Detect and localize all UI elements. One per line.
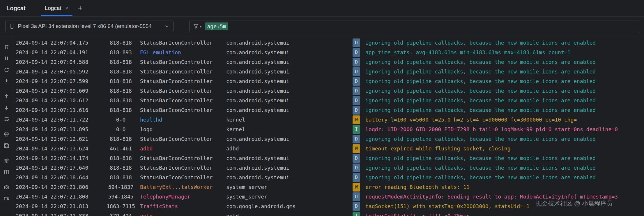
- log-pid-tid: 818-818: [102, 69, 140, 75]
- filter-token-age: age:5m: [205, 22, 228, 30]
- log-pid-tid: 818-818: [102, 155, 140, 161]
- log-level-badge: D: [353, 77, 360, 86]
- log-level-badge: D: [353, 154, 360, 163]
- log-row[interactable]: 2024-09-14 22:07:18.644 818-818 StatusBa…: [16, 173, 644, 182]
- formatting-options-icon[interactable]: [2, 156, 11, 165]
- tab-logcat-label: Logcat: [45, 5, 61, 11]
- log-row[interactable]: 2024-09-14 22:07:17.640 818-818 StatusBa…: [16, 163, 644, 173]
- logcat-side-toolbar: [0, 36, 13, 216]
- log-timestamp: 2024-09-14 22:07:17.640: [16, 165, 102, 171]
- log-message: battery l=100 v=5000 t=25.0 h=2 st=4 c=9…: [360, 117, 644, 123]
- log-tag: adbd: [140, 145, 226, 152]
- log-timestamp: 2024-09-14 22:07:12.621: [16, 136, 102, 142]
- restart-logcat-icon[interactable]: [2, 65, 11, 74]
- log-package: system_server: [226, 194, 353, 200]
- log-row[interactable]: 2024-09-14 22:07:11.722 0-0 healthd kern…: [16, 115, 644, 124]
- add-tab-icon[interactable]: +: [78, 4, 82, 12]
- log-timestamp: 2024-09-14 22:07:14.174: [16, 155, 102, 161]
- screenshot-icon[interactable]: [2, 183, 11, 192]
- log-level-badge: D: [353, 106, 360, 115]
- log-row[interactable]: 2024-09-14 22:07:10.612 818-818 StatusBa…: [16, 96, 644, 105]
- export-logs-icon[interactable]: [2, 141, 11, 150]
- log-tag: StatusBarIconController: [140, 78, 226, 84]
- logcat-body: 2024-09-14 22:07:04.175 818-818 StatusBa…: [0, 36, 644, 216]
- log-timestamp: 2024-09-14 22:07:11.616: [16, 107, 102, 113]
- log-message: app_time_stats: avg=4183.61ms min=4183.6…: [360, 49, 644, 55]
- log-row[interactable]: 2024-09-14 22:07:11.616 818-818 StatusBa…: [16, 105, 644, 115]
- log-timestamp: 2024-09-14 22:07:04.588: [16, 59, 102, 65]
- log-tag: StatusBarIconController: [140, 40, 226, 46]
- log-level-badge: D: [353, 58, 360, 66]
- log-message: ignoring old pipeline callbacks, because…: [360, 78, 644, 84]
- log-pid-tid: 594-1837: [102, 184, 140, 190]
- log-row[interactable]: 2024-09-14 22:07:11.895 0-0 logd kernel …: [16, 124, 644, 134]
- log-timestamp: 2024-09-14 22:07:11.722: [16, 117, 102, 123]
- log-timestamp: 2024-09-14 22:07:05.592: [16, 69, 102, 75]
- next-occurrence-icon[interactable]: [2, 103, 11, 112]
- log-pid-tid: 818-818: [102, 136, 140, 142]
- log-timestamp: 2024-09-14 22:07:10.612: [16, 97, 102, 103]
- log-row[interactable]: 2024-09-14 22:07:04.588 818-818 StatusBa…: [16, 57, 644, 67]
- log-tag: BatteryExt...tatsWorker: [140, 184, 226, 190]
- log-pid-tid: 818-818: [102, 165, 140, 171]
- previous-occurrence-icon[interactable]: [2, 92, 11, 101]
- log-pid-tid: 818-818: [102, 174, 140, 180]
- filter-input[interactable]: ▾ age:5m: [189, 20, 639, 32]
- log-tag: TelephonyManager: [140, 194, 226, 200]
- log-tag: StatusBarIconController: [140, 69, 226, 75]
- screen-record-icon[interactable]: [2, 194, 11, 203]
- log-tag: StatusBarIconController: [140, 155, 226, 161]
- log-message: timeout expired while flushing socket, c…: [360, 145, 644, 152]
- log-pid-tid: 818-818: [102, 88, 140, 94]
- split-panels-icon[interactable]: [2, 168, 11, 176]
- tab-logcat[interactable]: Logcat ×: [41, 0, 73, 16]
- log-tag: StatusBarIconController: [140, 165, 226, 171]
- log-row[interactable]: 2024-09-14 22:07:14.174 818-818 StatusBa…: [16, 153, 644, 163]
- log-message: ignoring old pipeline callbacks, because…: [360, 107, 644, 113]
- log-package: com.android.systemui: [226, 97, 353, 103]
- soft-wrap-icon[interactable]: [2, 115, 11, 123]
- log-pid-tid: 818-893: [102, 49, 140, 55]
- clear-logcat-icon[interactable]: [2, 43, 11, 51]
- log-row[interactable]: 2024-09-14 22:07:21.806 594-1837 Battery…: [16, 182, 644, 192]
- log-message: error reading Bluetooth stats: 11: [360, 184, 644, 190]
- log-row[interactable]: 2024-09-14 22:07:05.592 818-818 StatusBa…: [16, 67, 644, 76]
- log-timestamp: 2024-09-14 22:07:09.609: [16, 88, 102, 94]
- log-list: 2024-09-14 22:07:04.175 818-818 StatusBa…: [13, 36, 644, 216]
- log-package: com.android.systemui: [226, 40, 353, 46]
- log-message: ignoring old pipeline callbacks, because…: [360, 88, 644, 94]
- log-package: kernel: [226, 126, 353, 132]
- log-level-badge: W: [353, 144, 360, 153]
- log-row[interactable]: 2024-09-14 22:07:12.621 818-818 StatusBa…: [16, 134, 644, 144]
- log-row[interactable]: 2024-09-14 22:07:04.175 818-818 StatusBa…: [16, 38, 644, 48]
- scroll-to-end-icon[interactable]: [2, 77, 11, 85]
- log-pid-tid: 818-818: [102, 97, 140, 103]
- log-timestamp: 2024-09-14 22:07:21.808: [16, 194, 102, 200]
- log-row[interactable]: 2024-09-14 22:07:07.599 818-818 StatusBa…: [16, 76, 644, 86]
- filter-funnel-icon[interactable]: ▾: [193, 23, 202, 29]
- log-level-badge: D: [353, 87, 360, 95]
- log-package: com.android.systemui: [226, 49, 353, 55]
- log-timestamp: 2024-09-14 22:07:11.895: [16, 126, 102, 132]
- log-timestamp: 2024-09-14 22:07:18.644: [16, 174, 102, 180]
- log-package: com.android.systemui: [226, 88, 353, 94]
- log-pid-tid: 818-818: [102, 59, 140, 65]
- log-timestamp: 2024-09-14 22:07:21.813: [16, 203, 102, 209]
- log-row[interactable]: 2024-09-14 22:07:09.609 818-818 StatusBa…: [16, 86, 644, 96]
- chevron-down-icon[interactable]: [164, 23, 170, 29]
- log-message: ignoring old pipeline callbacks, because…: [360, 174, 644, 180]
- log-package: kernel: [226, 117, 353, 123]
- log-row[interactable]: 2024-09-14 22:07:04.191 818-893 EGL_emul…: [16, 48, 644, 57]
- log-level-badge: D: [353, 173, 360, 182]
- log-message: tetherGetStats() -> {[]} <0.75ms>: [360, 213, 644, 216]
- log-row[interactable]: 2024-09-14 22:07:21.838 379-424 netd net…: [16, 211, 644, 216]
- log-message: ignoring old pipeline callbacks, because…: [360, 165, 644, 171]
- print-icon[interactable]: [2, 130, 11, 138]
- device-selector[interactable]: Pixel 3a API 34 extension level 7 x86 64…: [5, 20, 174, 32]
- log-tag: StatusBarIconController: [140, 136, 226, 142]
- log-message: ignoring old pipeline callbacks, because…: [360, 155, 644, 161]
- close-tab-icon[interactable]: ×: [65, 5, 69, 11]
- pause-logcat-icon[interactable]: [2, 54, 11, 63]
- log-row[interactable]: 2024-09-14 22:07:13.624 461-461 adbd adb…: [16, 144, 644, 153]
- log-package: com.android.systemui: [226, 136, 353, 142]
